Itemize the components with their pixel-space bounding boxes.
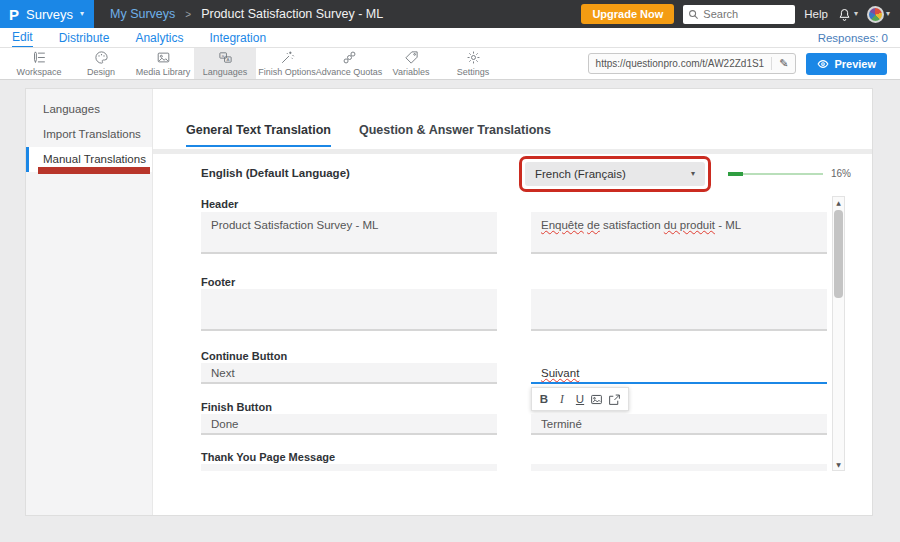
chevron-down-icon: ▾: [691, 170, 695, 178]
translation-form: Header Product Satisfaction Survey - ML …: [153, 196, 874, 471]
toolbar-languages[interactable]: aA Languages: [194, 48, 256, 79]
finish-options-icon: [280, 50, 295, 65]
nav-edit[interactable]: Edit: [12, 28, 33, 47]
insert-link-button[interactable]: [608, 393, 624, 406]
survey-url: https://questionpro.com/t/AW22Zd1S1: [596, 58, 765, 69]
help-link[interactable]: Help: [804, 8, 828, 20]
responses-count: Responses: 0: [818, 32, 888, 44]
survey-toolbar: Workspace Design Media Library aA Langua…: [0, 48, 900, 80]
chevron-down-icon: ▾: [854, 10, 858, 18]
toolbar-workspace[interactable]: Workspace: [8, 48, 70, 79]
english-default-label: English (Default Language): [201, 167, 350, 179]
translation-tabs: General Text Translation Question & Answ…: [186, 123, 551, 147]
toolbar-variables[interactable]: Variables: [380, 48, 442, 79]
translations-panel: Languages Import Translations Manual Tra…: [25, 88, 873, 516]
divider-band: [153, 149, 872, 154]
account-menu[interactable]: ▾: [867, 6, 890, 23]
search-icon: [688, 9, 699, 20]
workspace-icon: [32, 50, 47, 65]
tab-general-text-translation[interactable]: General Text Translation: [186, 123, 331, 147]
finish-fr-input[interactable]: Terminé: [531, 414, 827, 435]
toolbar-design[interactable]: Design: [70, 48, 132, 79]
annotation-underline: [38, 167, 150, 174]
scrollbar-thumb[interactable]: [834, 210, 843, 298]
avatar: [867, 6, 884, 23]
header-label: Header: [201, 198, 238, 210]
nav-analytics[interactable]: Analytics: [135, 29, 183, 47]
main-nav: Edit Distribute Analytics Integration Re…: [0, 28, 900, 48]
top-bar: P Surveys ▾ My Surveys > Product Satisfa…: [0, 0, 900, 28]
footer-label: Footer: [201, 276, 235, 288]
translations-sidebar: Languages Import Translations Manual Tra…: [26, 89, 153, 515]
variables-icon: [404, 50, 419, 65]
scroll-down-arrow[interactable]: ▼: [833, 461, 844, 468]
form-scrollbar[interactable]: ▲ ▼: [832, 196, 845, 471]
chevron-down-icon: ▾: [886, 10, 890, 18]
toolbar-media-library[interactable]: Media Library: [132, 48, 194, 79]
nav-distribute[interactable]: Distribute: [59, 29, 110, 47]
eye-icon: [817, 58, 829, 70]
scroll-up-arrow[interactable]: ▲: [833, 199, 844, 206]
edit-url-icon[interactable]: ✎: [771, 57, 788, 70]
continue-en-input[interactable]: Next: [201, 363, 497, 384]
advance-quotas-icon: [342, 50, 357, 65]
thank-you-fr-textarea[interactable]: [531, 464, 827, 471]
italic-button[interactable]: I: [554, 393, 570, 405]
svg-text:A: A: [226, 57, 229, 62]
search-box[interactable]: [683, 5, 795, 24]
sidebar-item-import-translations[interactable]: Import Translations: [26, 122, 152, 147]
bell-icon: [837, 7, 852, 22]
bold-button[interactable]: B: [536, 393, 552, 405]
footer-fr-textarea[interactable]: [531, 289, 827, 331]
preview-button[interactable]: Preview: [806, 53, 887, 75]
continue-fr-input[interactable]: Suivant: [531, 363, 827, 384]
tab-question-answer-translations[interactable]: Question & Answer Translations: [359, 123, 551, 147]
thank-you-en-textarea[interactable]: [201, 464, 497, 471]
thank-you-label: Thank You Page Message: [201, 451, 335, 463]
survey-title: Product Satisfaction Survey - ML: [201, 7, 383, 21]
chevron-down-icon: ▾: [80, 10, 84, 18]
toolbar-settings[interactable]: Settings: [442, 48, 504, 79]
rich-text-toolbar: B I U: [531, 387, 629, 411]
product-name: Surveys: [26, 7, 73, 22]
language-dropdown[interactable]: French (Français) ▾: [525, 162, 705, 186]
toolbar-finish-options[interactable]: Finish Options: [256, 48, 318, 79]
translation-progress-fill: [728, 172, 743, 176]
breadcrumb-my-surveys-link[interactable]: My Surveys: [110, 7, 175, 21]
underline-button[interactable]: U: [572, 393, 588, 405]
header-en-textarea[interactable]: Product Satisfaction Survey - ML: [201, 212, 497, 254]
header-fr-textarea[interactable]: Enquête de satisfaction du produit - ML: [531, 212, 827, 254]
languages-icon: aA: [218, 50, 233, 65]
design-icon: [94, 50, 109, 65]
translations-content: General Text Translation Question & Answ…: [153, 89, 872, 515]
finish-button-label: Finish Button: [201, 401, 272, 413]
breadcrumb-separator: >: [185, 9, 191, 20]
questionpro-logo: P: [9, 6, 19, 23]
breadcrumb: My Surveys > Product Satisfaction Survey…: [110, 7, 383, 21]
upgrade-now-button[interactable]: Upgrade Now: [581, 4, 674, 24]
nav-integration[interactable]: Integration: [209, 29, 266, 47]
media-library-icon: [156, 50, 171, 65]
notifications-menu[interactable]: ▾: [837, 7, 858, 22]
translation-progress-label: 16%: [831, 168, 851, 179]
survey-url-box: https://questionpro.com/t/AW22Zd1S1 ✎: [588, 53, 797, 74]
footer-en-textarea[interactable]: [201, 289, 497, 331]
insert-image-button[interactable]: [590, 393, 606, 406]
settings-icon: [466, 50, 481, 65]
toolbar-advance-quotas[interactable]: Advance Quotas: [318, 48, 380, 79]
surveys-product-switcher[interactable]: P Surveys ▾: [0, 0, 94, 28]
finish-en-input[interactable]: Done: [201, 414, 497, 435]
search-input[interactable]: [703, 8, 787, 20]
continue-button-label: Continue Button: [201, 350, 287, 362]
sidebar-item-languages[interactable]: Languages: [26, 97, 152, 122]
